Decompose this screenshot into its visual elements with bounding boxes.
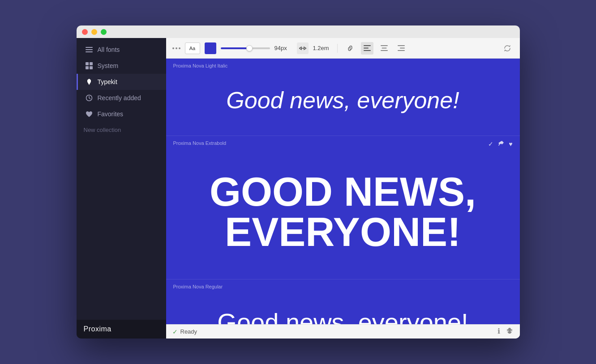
refresh-button[interactable]: [501, 42, 514, 55]
more-options-button[interactable]: [172, 47, 180, 49]
font-cards-container: Proxima Nova Light Italic Good news, eve…: [166, 59, 520, 324]
font-card-extrabold-label: Proxima Nova Extrabold: [173, 140, 227, 146]
font-card-extrabold: Proxima Nova Extrabold ✓ ♥ GOOD NEWS,: [166, 136, 520, 279]
align-center-button[interactable]: [378, 42, 390, 55]
svg-rect-5: [86, 66, 89, 69]
sidebar-item-all-fonts[interactable]: All fonts: [77, 42, 166, 58]
svg-rect-17: [398, 50, 405, 51]
text-preview-button[interactable]: Aa: [185, 42, 200, 54]
slider-thumb: [246, 45, 253, 51]
info-icon[interactable]: ℹ: [497, 327, 500, 337]
svg-rect-6: [90, 66, 93, 69]
dot: [176, 47, 177, 49]
font-card-regular-text: Good news, everyone!: [217, 295, 468, 324]
maximize-button[interactable]: [101, 29, 107, 35]
dot: [172, 47, 174, 49]
pin-action-icon[interactable]: [498, 140, 504, 148]
bug-icon[interactable]: [506, 327, 514, 337]
align-left-button[interactable]: [361, 42, 373, 55]
main-content: Aa 94px 1.2em: [166, 38, 520, 339]
close-button[interactable]: [82, 29, 88, 35]
titlebar: [77, 25, 520, 38]
expand-width-button[interactable]: [297, 42, 309, 54]
sidebar-item-recently-added[interactable]: Recently added: [77, 90, 166, 106]
status-icons: ℹ: [497, 327, 514, 337]
heart-icon: [85, 110, 93, 118]
font-card-light-italic-label: Proxima Nova Light Italic: [173, 63, 228, 68]
app-window: All fonts System: [77, 25, 520, 339]
link-button[interactable]: [344, 42, 356, 55]
svg-rect-13: [382, 48, 386, 49]
svg-rect-4: [90, 62, 93, 65]
status-check-icon: ✓: [172, 328, 178, 335]
svg-rect-18: [508, 331, 511, 334]
sidebar-item-recently-added-label: Recently added: [98, 94, 141, 102]
font-card-regular-label: Proxima Nova Regular: [173, 284, 223, 289]
statusbar: ✓ Ready ℹ: [166, 324, 520, 339]
dot: [179, 47, 180, 49]
letter-spacing-value: 1.2em: [313, 45, 331, 51]
svg-rect-3: [86, 62, 89, 65]
svg-rect-12: [381, 45, 388, 46]
sidebar: All fonts System: [77, 38, 166, 339]
sidebar-item-all-fonts-label: All fonts: [98, 46, 120, 53]
color-picker-button[interactable]: [205, 42, 216, 54]
font-card-extrabold-actions: ✓ ♥: [488, 140, 512, 148]
svg-rect-2: [86, 51, 93, 52]
align-right-button[interactable]: [395, 42, 407, 55]
menu-icon: [85, 46, 93, 54]
sidebar-item-typekit-label: Typekit: [98, 78, 117, 85]
font-card-light-italic-text: Good news, everyone!: [226, 74, 459, 127]
svg-rect-9: [364, 45, 371, 46]
svg-rect-14: [381, 50, 388, 51]
svg-rect-1: [86, 49, 93, 50]
sidebar-new-collection-label: New collection: [84, 127, 121, 133]
font-card-extrabold-line2: EVERYONE!: [210, 212, 476, 252]
size-slider-container: [221, 47, 270, 49]
font-card-extrabold-line1: GOOD NEWS,: [210, 172, 476, 212]
sidebar-item-typekit[interactable]: Typekit: [77, 74, 166, 90]
svg-rect-16: [400, 48, 405, 49]
sidebar-item-system-label: System: [98, 62, 119, 69]
font-card-regular: Proxima Nova Regular Good news, everyone…: [166, 279, 520, 324]
app-body: All fonts System: [77, 38, 520, 339]
font-card-light-italic: Proxima Nova Light Italic Good news, eve…: [166, 59, 520, 136]
grid-icon: [85, 62, 93, 70]
toolbar: Aa 94px 1.2em: [166, 38, 520, 59]
svg-rect-11: [364, 50, 371, 51]
sidebar-nav: All fonts System: [77, 38, 166, 320]
minimize-button[interactable]: [91, 29, 97, 35]
sidebar-bottom-label: Proxima: [84, 325, 111, 333]
sidebar-bottom: Proxima: [77, 320, 166, 339]
svg-rect-10: [364, 48, 369, 49]
font-card-extrabold-text: GOOD NEWS, EVERYONE!: [210, 154, 476, 270]
font-size-value: 94px: [274, 45, 292, 51]
sidebar-item-system[interactable]: System: [77, 58, 166, 74]
font-card-extrabold-content: GOOD NEWS, EVERYONE!: [166, 136, 520, 279]
check-action-icon[interactable]: ✓: [488, 140, 493, 148]
font-card-light-italic-content: Good news, everyone!: [166, 59, 520, 135]
sidebar-item-favorites-label: Favorites: [98, 110, 124, 118]
clock-icon: [85, 94, 93, 102]
sidebar-new-collection[interactable]: New collection: [77, 122, 166, 138]
status-text: Ready: [180, 328, 197, 335]
svg-rect-0: [86, 47, 93, 48]
heart-action-icon[interactable]: ♥: [509, 140, 512, 148]
sidebar-item-favorites[interactable]: Favorites: [77, 106, 166, 122]
text-preview-label: Aa: [189, 46, 195, 51]
separator: [337, 44, 338, 53]
typekit-icon: [85, 78, 93, 86]
svg-rect-15: [398, 45, 405, 46]
size-slider[interactable]: [221, 47, 270, 49]
